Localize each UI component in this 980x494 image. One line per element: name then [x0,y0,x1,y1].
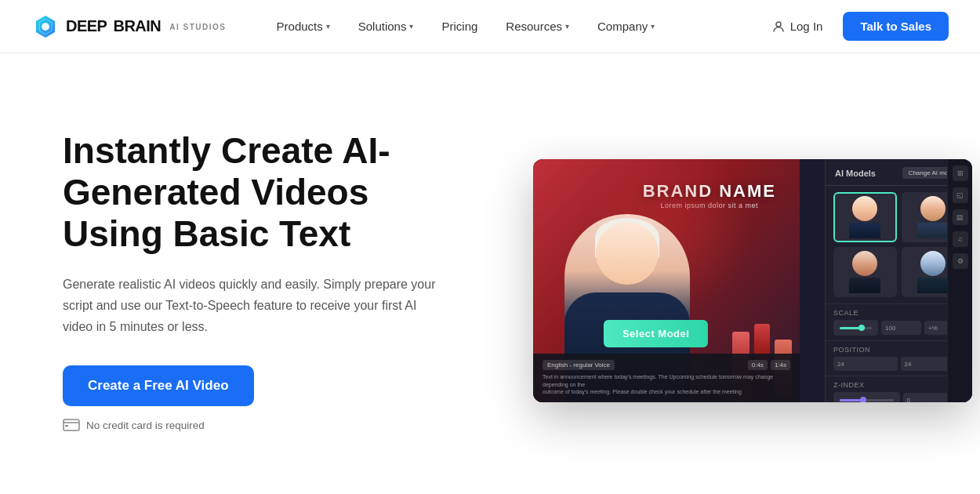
slider-thumb [858,325,865,331]
toolbar-icon-3[interactable]: ▤ [953,209,968,225]
brand-name-deep: DEEP [66,17,107,35]
chevron-down-icon: ▾ [326,22,330,31]
scale-label: Scale [833,309,964,317]
avatar-card-3[interactable] [833,247,897,297]
slider-track [840,327,872,329]
product-ui: BRAND NAME Lorem ipsum dolor sit a met [533,159,972,402]
scale-value[interactable]: 100 [881,321,921,335]
svg-point-1 [776,22,781,27]
nav-item-solutions[interactable]: Solutions ▾ [346,13,426,39]
avatar-circle-1 [852,196,877,221]
brand-name-brain: BRAIN [113,17,161,35]
chevron-down-icon: ▾ [565,22,569,31]
avatar-body-mini [849,223,880,238]
time-badges: 0:4s 1:4s [748,360,790,370]
hero-product-screenshot: BRAND NAME Lorem ipsum dolor sit a met [533,159,972,402]
hero-section: Instantly Create AI-Generated Videos Usi… [0,53,980,492]
position-inputs: 24 24 [833,357,964,371]
scale-slider[interactable] [833,320,878,336]
slider-fill-z [840,399,861,401]
avatar-head [596,222,659,285]
nav-item-resources[interactable]: Resources ▾ [493,13,582,39]
credit-card-icon [63,419,80,431]
toolbar-icon-4[interactable]: ♫ [953,231,968,247]
script-text: Text in announcement where today's meeti… [543,373,790,396]
nav-links: Products ▾ Solutions ▾ Pricing Resources… [264,13,760,39]
no-credit-card-notice: No credit card is required [63,419,470,431]
position-label: Position [833,346,964,354]
svg-point-0 [42,23,49,31]
brand-name-ai: AI STUDIOS [169,23,226,31]
avatar-face-3 [833,247,897,297]
avatar-body-mini [917,278,949,293]
avatar-card-1[interactable] [833,192,897,242]
zindex-label: Z-index [833,381,964,389]
language-badge: English - regular Voice [543,360,615,370]
panel-title: AI Models [835,169,876,178]
slider-thumb-z [860,397,866,402]
time-badge-2: 1:4s [771,360,790,370]
avatar-body-mini [917,223,949,238]
nav-item-company[interactable]: Company ▾ [585,13,667,39]
nav-item-products[interactable]: Products ▾ [264,13,343,39]
zindex-slider[interactable] [833,392,900,402]
hero-description: Generate realistic AI videos quickly and… [63,274,447,338]
slider-track-z [840,399,894,401]
nav-actions: Log In Talk to Sales [760,12,949,41]
nav-item-pricing[interactable]: Pricing [429,13,490,39]
toolbar-icon-5[interactable]: ⚙ [953,253,968,269]
svg-rect-4 [65,425,68,427]
side-toolbar: ⊞ ◱ ▤ ♫ ⚙ [947,159,972,402]
video-lang-bar: English - regular Voice 0:4s 1:4s [543,360,790,370]
user-icon [771,20,786,34]
talk-to-sales-button[interactable]: Talk to Sales [843,12,949,41]
toolbar-icon-2[interactable]: ◱ [953,187,968,203]
avatar-circle-2 [920,196,946,221]
logo[interactable]: DEEPBRAIN AI STUDIOS [31,13,227,41]
video-script-bar: English - regular Voice 0:4s 1:4s Text i… [533,354,800,402]
create-free-video-button[interactable]: Create a Free AI Video [63,365,254,406]
select-model-button[interactable]: Select Model [604,320,708,347]
chevron-down-icon: ▾ [409,22,413,31]
chevron-down-icon: ▾ [651,22,655,31]
navbar: DEEPBRAIN AI STUDIOS Products ▾ Solution… [0,0,980,53]
avatar-body-mini [849,278,880,293]
login-button[interactable]: Log In [760,13,834,40]
hero-left: Instantly Create AI-Generated Videos Usi… [63,130,470,431]
hero-title: Instantly Create AI-Generated Videos Usi… [63,130,470,255]
slider-fill [840,327,859,329]
video-preview: BRAND NAME Lorem ipsum dolor sit a met [533,159,800,402]
avatar-circle-3 [852,251,877,276]
avatar-circle-4 [920,251,946,276]
position-x[interactable]: 24 [833,357,898,371]
time-badge-1: 0:4s [748,360,768,370]
avatar-face-1 [835,194,895,241]
toolbar-icon-1[interactable]: ⊞ [953,165,968,181]
